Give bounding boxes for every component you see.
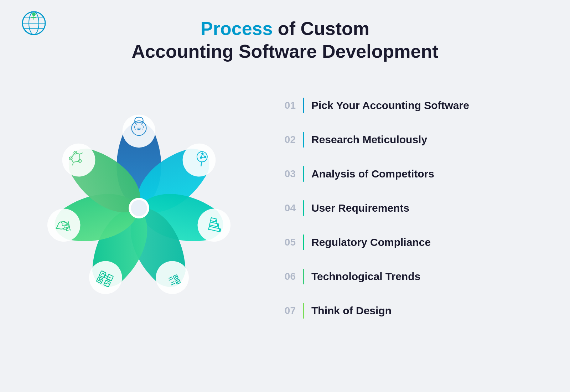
step-item-6: 06 Technological Trends: [278, 269, 542, 284]
step-number: 03: [278, 168, 296, 180]
step-divider: [303, 269, 304, 284]
step-number: 06: [278, 271, 296, 282]
steps-list: 01 Pick Your Accounting Software 02 Rese…: [249, 98, 542, 319]
title-highlight: Process: [201, 18, 273, 39]
title-line1: Process of Custom: [132, 18, 439, 39]
step-item-1: 01 Pick Your Accounting Software: [278, 98, 542, 113]
step-item-7: 07 Think of Design: [278, 303, 542, 319]
step-divider: [303, 200, 304, 216]
step-number: 07: [278, 305, 296, 316]
main-content: 01 Pick Your Accounting Software 02 Rese…: [28, 83, 542, 333]
flower-diagram: [28, 83, 249, 333]
step-label: User Requirements: [311, 202, 409, 214]
step-label: Research Meticulously: [311, 134, 427, 146]
step-label: Pick Your Accounting Software: [311, 99, 469, 112]
step-label: Technological Trends: [311, 270, 420, 283]
step-item-5: 05 Regulatory Compliance: [278, 234, 542, 250]
svg-point-8: [123, 115, 156, 148]
logo: [21, 11, 46, 36]
step-divider: [303, 98, 304, 113]
step-label: Analysis of Competitors: [311, 168, 434, 180]
step-label: Think of Design: [311, 305, 392, 317]
step-number: 02: [278, 134, 296, 145]
step-divider: [303, 234, 304, 250]
step-number: 05: [278, 237, 296, 248]
page-wrapper: Process of Custom Accounting Software De…: [0, 0, 570, 392]
step-divider: [303, 303, 304, 319]
step-divider: [303, 166, 304, 182]
svg-point-5: [32, 12, 36, 16]
title-line2: Accounting Software Development: [132, 41, 439, 62]
step-label: Regulatory Compliance: [311, 236, 431, 248]
svg-point-58: [131, 200, 147, 216]
step-number: 04: [278, 202, 296, 214]
step-divider: [303, 132, 304, 148]
title-section: Process of Custom Accounting Software De…: [132, 18, 439, 62]
step-item-2: 02 Research Meticulously: [278, 132, 542, 148]
step-item-4: 04 User Requirements: [278, 200, 542, 216]
step-number: 01: [278, 100, 296, 111]
step-item-3: 03 Analysis of Competitors: [278, 166, 542, 182]
